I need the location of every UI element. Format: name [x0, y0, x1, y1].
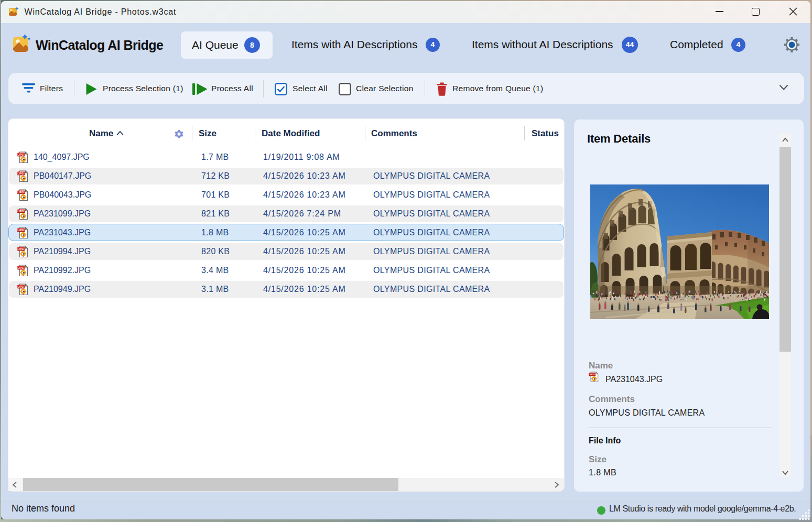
svg-text:JPG: JPG	[18, 229, 24, 232]
svg-text:JPG: JPG	[18, 267, 24, 269]
svg-text:JPG: JPG	[18, 191, 24, 194]
svg-text:JPG: JPG	[18, 248, 24, 251]
svg-text:JPG: JPG	[18, 154, 24, 156]
svg-text:JPG: JPG	[18, 210, 24, 213]
svg-text:JPG: JPG	[18, 286, 24, 288]
svg-text:JPG: JPG	[18, 172, 24, 175]
svg-text:JPG: JPG	[590, 373, 595, 376]
